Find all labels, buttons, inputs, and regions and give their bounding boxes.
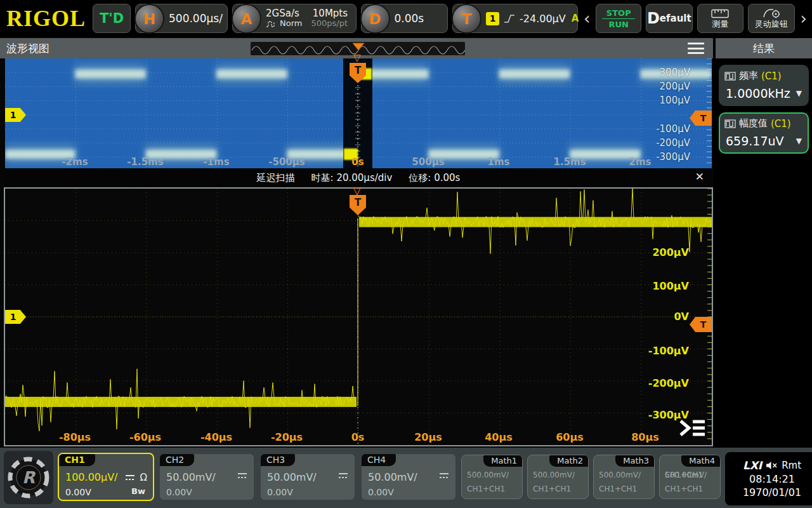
run-label: RUN <box>609 20 629 29</box>
axis-time-label: 60µs <box>556 431 584 443</box>
close-icon[interactable]: ✕ <box>695 170 704 183</box>
menu-icon[interactable] <box>688 43 704 54</box>
math-expression: CH1+CH1 <box>599 485 637 493</box>
horizontal-scale-group[interactable]: H 500.00µs/ <box>135 4 228 33</box>
math-tab: Math4 <box>681 455 720 467</box>
axis-time-label: -500µs <box>268 156 305 168</box>
zoom-waveform-panel[interactable]: 200µV 100µV 0V -100µV -200µV -300µV -80µ… <box>4 187 713 446</box>
dc-coupling-icon <box>438 472 450 479</box>
trigger-sweep-mode: A <box>572 13 579 24</box>
stop-run-button[interactable]: STOP RUN <box>596 4 641 33</box>
math-scale: 500.00mV/ <box>599 471 641 479</box>
dropdown-icon[interactable]: ▼ <box>796 89 802 98</box>
delayed-sweep-offset: 位移: 0.00s <box>409 172 460 184</box>
sound-muted-icon[interactable] <box>766 461 778 470</box>
axis-time-label: -20µs <box>271 431 303 443</box>
trigger-position-outline-icon[interactable]: ▽ <box>353 187 361 195</box>
trigger-group[interactable]: T 1 -24.00µV A <box>452 4 578 33</box>
measurement-value: 659.17uV <box>726 134 784 148</box>
horizontal-knob-icon[interactable]: H <box>134 4 164 34</box>
math-scale: 500.00mV/ <box>467 471 509 479</box>
default-button[interactable]: Default <box>646 4 693 33</box>
rising-edge-icon <box>504 13 515 24</box>
math-card-math1[interactable]: Math1 500.00mV/ CH1+CH1 <box>461 455 523 499</box>
math-tab: Math1 <box>483 455 522 467</box>
axis-time-label: 500µs <box>412 156 444 168</box>
trigger-position-outline-icon[interactable]: ▽ <box>353 54 361 62</box>
menu-expand-icon[interactable] <box>678 417 707 441</box>
math-card-math2[interactable]: Math2 500.00mV/ CH1+CH1 <box>527 455 589 499</box>
default-rest: efault <box>660 13 691 24</box>
axis-time-label-zero: 0s <box>351 156 363 168</box>
svg-text:R: R <box>22 468 36 487</box>
math-tab: Math3 <box>615 455 654 467</box>
channel-offset: 0.00V <box>65 487 91 497</box>
axis-time-label: 1ms <box>488 156 510 168</box>
trigger-knob-icon[interactable]: T <box>452 4 481 34</box>
dropdown-icon[interactable]: ▼ <box>796 137 802 145</box>
delay-value: 0.00s <box>395 12 424 25</box>
quick-knob-button[interactable]: 灵动旋钮 <box>748 4 795 33</box>
math-expression: CH1+CH1 <box>665 485 703 493</box>
acquire-group[interactable]: A 2GSa/s Norm 10Mpts 500ps/pt <box>232 4 357 33</box>
rigol-logo: RIGOL <box>4 0 88 37</box>
oscilloscope-screen: RIGOL T'D H 500.00µs/ A 2GSa/s Norm 10Mp… <box>0 0 812 508</box>
toolbar-scroll-left-icon[interactable]: ‹ <box>582 4 591 33</box>
axis-voltage-label: 200µV <box>638 247 689 258</box>
measurement-name: 幅度值 <box>739 117 768 130</box>
lxi-label: LXI <box>743 459 762 472</box>
measure-gauge-icon <box>724 72 736 81</box>
trigger-status-button[interactable]: T'D <box>93 4 131 33</box>
acquire-knob-icon[interactable]: A <box>232 4 261 34</box>
channel-card-ch4[interactable]: CH4 50.00mV/ 0.00V <box>360 453 457 501</box>
resolution: 500ps/pt <box>311 18 348 29</box>
axis-time-label: -2ms <box>62 156 88 168</box>
delay-knob-icon[interactable]: D <box>360 4 390 34</box>
channel-card-ch3[interactable]: CH3 50.00mV/ 0.00V <box>259 453 356 501</box>
axis-voltage-label: -100µV <box>638 345 689 357</box>
measurement-channel: (C1) <box>761 70 782 82</box>
measurement-channel: (C1) <box>771 118 791 130</box>
axis-time-label: 2ms <box>629 156 652 168</box>
stop-label: STOP <box>606 8 631 18</box>
toolbar-scroll-right-icon[interactable]: › <box>799 4 808 33</box>
channel-scale: 50.00mV/ <box>267 471 317 483</box>
axis-voltage-label: -100µV <box>646 123 690 135</box>
channel-offset: 0.00V <box>166 487 192 497</box>
channel-tab: CH4 <box>362 454 396 466</box>
main-waveform-panel[interactable]: ▽ T 1 T 300µV 200µV 100µV -100µV -200µV … <box>5 58 712 168</box>
axis-voltage-label: 0V <box>638 311 689 323</box>
knob-icon <box>763 8 780 18</box>
channel-offset: 0.00V <box>368 487 394 497</box>
acquire-mode: Norm <box>280 18 302 29</box>
math-tab: Math2 <box>549 455 588 467</box>
channel-tab: CH3 <box>261 454 295 466</box>
axis-voltage-label: -300µV <box>646 151 690 163</box>
results-panel: 结果 频率(C1) 1.0000kHz ▼ 幅度值(C1) <box>714 37 812 448</box>
axis-time-label: 80µs <box>631 431 659 443</box>
measure-button[interactable]: 测量 <box>697 4 744 33</box>
dc-coupling-icon <box>337 472 349 479</box>
axis-time-label: -1ms <box>203 156 229 168</box>
measure-label: 测量 <box>712 20 728 29</box>
channel-card-ch1[interactable]: CH1 100.00µV/ Ω 0.00V Bw <box>58 453 154 501</box>
rigol-wheel-icon[interactable]: R <box>4 451 53 504</box>
channel-card-ch2[interactable]: CH2 50.00mV/ 0.00V <box>159 453 255 501</box>
math-scale: 500.00mV/ <box>665 471 707 479</box>
delay-group[interactable]: D 0.00s <box>361 4 449 33</box>
axis-time-label: -60µs <box>129 431 161 443</box>
measurement-card-frequency[interactable]: 频率(C1) 1.0000kHz ▼ <box>719 65 809 106</box>
main-display-area: 波形视图 ▽ T 1 <box>0 37 713 448</box>
math-card-math3[interactable]: Math3 500.00mV/ CH1+CH1 <box>593 455 655 499</box>
delayed-sweep-timebase: 时基: 20.00µs/div <box>311 172 393 184</box>
system-status-clock[interactable]: LXI Rmt 08:14:21 1970/01/01 <box>725 452 812 505</box>
measurement-card-amplitude[interactable]: 幅度值(C1) 659.17uV ▼ <box>719 112 809 154</box>
axis-time-label-zero: 0s <box>351 431 365 443</box>
math-card-math4[interactable]: Math4 CH1+CH1 500.00mV/ CH1+CH1 <box>659 455 721 499</box>
axis-time-label: 40µs <box>485 431 513 443</box>
axis-voltage-label: -200µV <box>638 378 689 389</box>
dc-coupling-icon <box>237 472 248 479</box>
ruler-icon <box>711 9 729 18</box>
sample-rate: 2GSa/s <box>266 8 302 18</box>
math-expression: CH1+CH1 <box>533 485 571 493</box>
